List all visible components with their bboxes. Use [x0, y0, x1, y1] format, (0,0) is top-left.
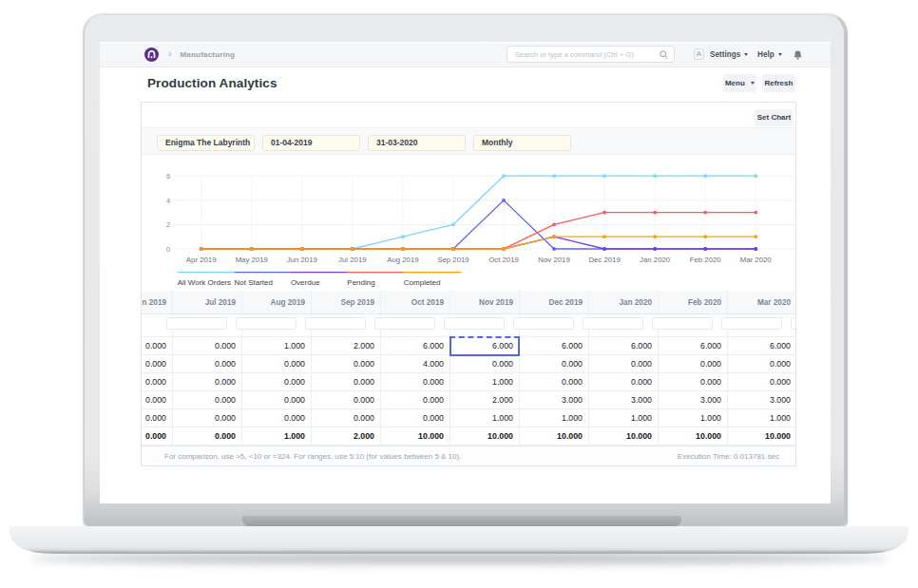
svg-text:Oct 2019: Oct 2019	[488, 256, 519, 264]
svg-text:Aug 2019: Aug 2019	[387, 256, 418, 264]
svg-text:Sep 2019: Sep 2019	[437, 256, 469, 264]
svg-text:Apr 2019: Apr 2019	[186, 256, 217, 264]
svg-text:4: 4	[166, 197, 170, 205]
svg-text:Not Started: Not Started	[235, 278, 273, 287]
svg-text:Overdue: Overdue	[291, 278, 320, 287]
svg-text:0: 0	[166, 245, 170, 254]
svg-text:Dec 2019: Dec 2019	[588, 256, 620, 264]
svg-text:2: 2	[166, 220, 170, 229]
svg-text:Feb 2020: Feb 2020	[690, 256, 722, 264]
svg-text:Pending: Pending	[347, 278, 374, 287]
svg-text:Jul 2019: Jul 2019	[338, 256, 366, 264]
svg-text:May 2019: May 2019	[236, 256, 268, 264]
svg-text:Nov 2019: Nov 2019	[538, 256, 569, 264]
svg-text:All Work Orders: All Work Orders	[178, 278, 231, 287]
svg-text:Mar 2020: Mar 2020	[740, 256, 773, 264]
svg-text:6: 6	[166, 172, 170, 180]
svg-text:Jan 2020: Jan 2020	[640, 256, 671, 264]
svg-text:Jun 2019: Jun 2019	[287, 256, 317, 264]
svg-text:Completed: Completed	[404, 278, 441, 287]
